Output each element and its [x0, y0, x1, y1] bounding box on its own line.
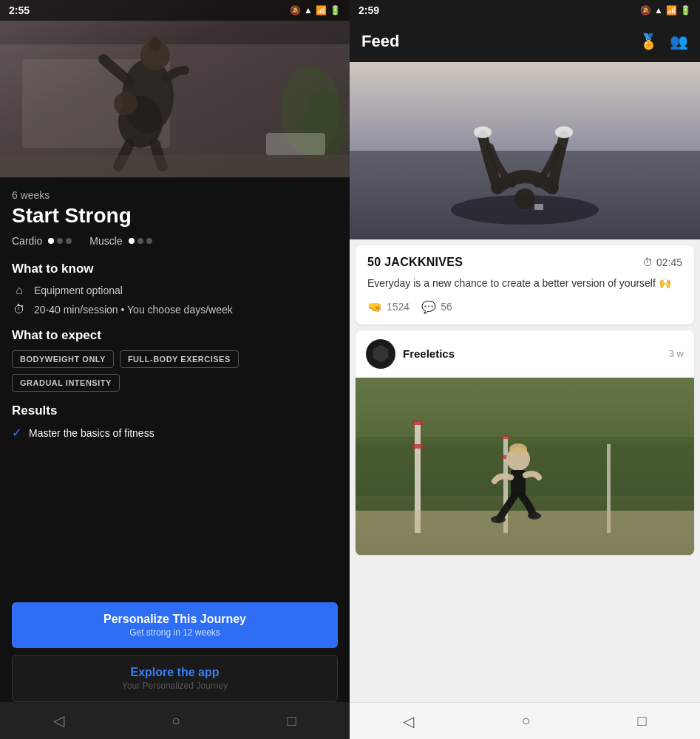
svg-point-15 — [474, 126, 492, 138]
svg-rect-29 — [356, 511, 694, 555]
workout-time: ⏱ 02:45 — [642, 256, 682, 268]
explore-app-button[interactable]: Explore the app Your Personalized Journe… — [12, 655, 338, 702]
muscle-dot-1 — [129, 238, 135, 244]
what-to-expect-title: What to expect — [12, 328, 338, 343]
home-icon: ⌂ — [12, 284, 27, 297]
svg-rect-21 — [356, 378, 694, 444]
likes-count: 1524 — [387, 301, 410, 313]
workout-stats: 🤜 1524 💬 56 — [367, 300, 682, 314]
post-author: Freeletics — [366, 339, 455, 369]
workout-card: 50 JACKKNIVES ⏱ 02:45 Everyday is a new … — [356, 245, 694, 324]
weeks-label: 6 weeks — [12, 189, 338, 201]
results-section: Results ✓ Master the basics of fitness — [12, 403, 338, 440]
right-back-icon[interactable]: ◁ — [403, 712, 414, 730]
back-nav-icon[interactable]: ◁ — [53, 712, 64, 729]
wifi-icon: ▲ — [304, 5, 313, 16]
explore-app-label: Explore the app — [23, 666, 327, 679]
bell-icon: 🔕 — [290, 5, 301, 16]
signal-icon: 📶 — [316, 5, 327, 16]
workout-card-header: 50 JACKKNIVES ⏱ 02:45 — [367, 256, 682, 269]
feed-title: Feed — [361, 32, 399, 51]
personalize-journey-button[interactable]: Personalize This Journey Get strong in 1… — [12, 602, 338, 648]
cardio-dots — [48, 238, 72, 244]
tag-gradual: GRADUAL INTENSITY — [12, 374, 120, 392]
like-icon: 🤜 — [367, 300, 382, 314]
cardio-label: Cardio — [12, 235, 42, 247]
muscle-dot-3 — [146, 238, 152, 244]
post-card: Freeletics 3 w — [356, 330, 694, 555]
right-wifi-icon: ▲ — [654, 5, 663, 16]
svg-point-33 — [491, 516, 506, 523]
recent-nav-icon[interactable]: □ — [288, 712, 296, 729]
svg-rect-11 — [0, 155, 350, 177]
home-nav-icon[interactable]: ○ — [171, 712, 180, 729]
header-icons: 🏅 👥 — [639, 33, 688, 50]
workout-quote: Everyday is a new chance to create a bet… — [367, 276, 682, 291]
comment-icon: 💬 — [421, 300, 436, 314]
muscle-dot-2 — [137, 238, 143, 244]
right-battery-icon: 🔋 — [680, 5, 691, 16]
right-home-icon[interactable]: ○ — [521, 712, 530, 729]
post-header: Freeletics 3 w — [356, 330, 694, 378]
tag-bodyweight: BODYWEIGHT ONLY — [12, 350, 114, 368]
right-recent-icon[interactable]: □ — [637, 712, 646, 729]
cardio-dot-2 — [57, 238, 63, 244]
difficulty-row: Cardio Muscle — [12, 235, 338, 247]
cardio-dot-1 — [48, 238, 54, 244]
explore-app-sub: Your Personalized Journey — [23, 681, 327, 691]
cardio-difficulty: Cardio — [12, 235, 72, 247]
svg-point-8 — [149, 37, 161, 52]
svg-rect-24 — [412, 444, 423, 449]
right-status-bar: 2:59 🔕 ▲ 📶 🔋 — [350, 0, 700, 21]
author-avatar — [366, 339, 395, 369]
comments-count: 56 — [441, 301, 452, 313]
svg-point-31 — [509, 443, 527, 455]
feed-hero-image — [350, 62, 700, 239]
bottom-buttons: Personalize This Journey Get strong in 1… — [0, 602, 350, 702]
equipment-text: Equipment optional — [34, 285, 123, 296]
comments-stat: 💬 56 — [421, 300, 452, 314]
right-bottom-nav: ◁ ○ □ — [350, 702, 700, 739]
program-title: Start Strong — [12, 204, 338, 228]
result-item: ✓ Master the basics of fitness — [12, 426, 338, 440]
battery-icon: 🔋 — [330, 5, 341, 16]
right-panel: 2:59 🔕 ▲ 📶 🔋 Feed 🏅 👥 — [350, 0, 700, 739]
post-time: 3 w — [669, 348, 684, 359]
results-title: Results — [12, 403, 338, 418]
left-hero-image — [0, 0, 350, 177]
right-content: 50 JACKKNIVES ⏱ 02:45 Everyday is a new … — [350, 62, 700, 702]
left-panel: 2:55 🔕 ▲ 📶 🔋 — [0, 0, 350, 739]
svg-rect-18 — [534, 204, 543, 210]
feed-header: Feed 🏅 👥 — [350, 21, 700, 62]
svg-rect-5 — [266, 133, 325, 155]
left-status-icons: 🔕 ▲ 📶 🔋 — [290, 5, 341, 16]
likes-stat: 🤜 1524 — [367, 300, 410, 314]
expect-section: What to expect BODYWEIGHT ONLY FULL-BODY… — [12, 328, 338, 392]
post-image — [356, 378, 694, 555]
svg-point-17 — [514, 188, 535, 209]
muscle-dots — [129, 238, 152, 244]
svg-point-10 — [114, 92, 137, 115]
people-icon[interactable]: 👥 — [670, 33, 688, 50]
muscle-difficulty: Muscle — [89, 235, 152, 247]
equipment-row: ⌂ Equipment optional — [12, 284, 338, 297]
what-to-know-title: What to know — [12, 262, 338, 276]
muscle-label: Muscle — [89, 235, 122, 247]
left-status-bar: 2:55 🔕 ▲ 📶 🔋 — [0, 0, 350, 21]
svg-point-34 — [528, 512, 541, 520]
svg-rect-26 — [502, 435, 509, 439]
session-text: 20-40 min/session • You choose days/week — [34, 304, 233, 316]
author-name: Freeletics — [403, 347, 455, 360]
svg-point-16 — [555, 126, 573, 138]
workout-time-value: 02:45 — [656, 256, 682, 268]
trophy-icon[interactable]: 🏅 — [639, 33, 658, 50]
session-row: ⏱ 20-40 min/session • You choose days/we… — [12, 303, 338, 316]
workout-name: 50 JACKKNIVES — [367, 256, 463, 269]
right-bell-icon: 🔕 — [640, 5, 651, 16]
right-status-time: 2:59 — [359, 4, 379, 16]
personalize-journey-sub: Get strong in 12 weeks — [22, 627, 327, 638]
tag-fullbody: FULL-BODY EXERCISES — [120, 350, 239, 368]
result-text: Master the basics of fitness — [29, 427, 154, 439]
timer-icon: ⏱ — [642, 256, 653, 268]
left-status-time: 2:55 — [9, 4, 30, 16]
